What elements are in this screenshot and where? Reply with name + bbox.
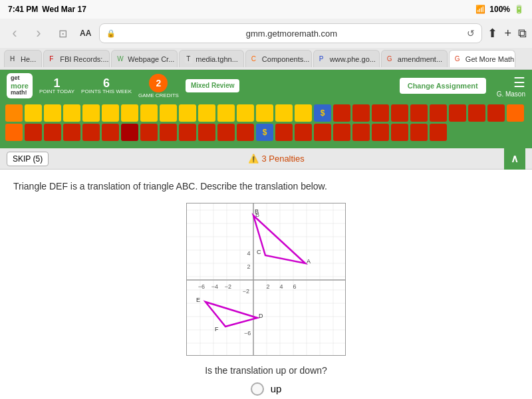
tab-switcher-button[interactable]: ⧉	[518, 27, 527, 41]
points-today-block: 1 POINT TODAY	[39, 77, 74, 94]
tile-16[interactable]	[295, 104, 312, 122]
status-bar: 7:41 PM Wed Mar 17 📶 100% 🔋	[0, 0, 532, 19]
tile-7[interactable]	[121, 104, 138, 122]
graph-container: −6 −4 −2 2 4 6 4 2 −2 B	[13, 203, 519, 356]
tiles-row-1: $	[5, 104, 527, 122]
tile-22[interactable]	[430, 104, 447, 122]
tile-s2-9[interactable]	[160, 124, 177, 141]
tile-s2-7[interactable]	[121, 124, 138, 141]
svg-text:4: 4	[247, 250, 250, 257]
tile-dollar-2[interactable]: $	[256, 124, 273, 141]
option-up-label: up	[271, 383, 282, 394]
tile-4[interactable]	[63, 104, 80, 122]
radio-up[interactable]	[251, 382, 264, 396]
mixed-review-button[interactable]: Mixed Review	[186, 79, 240, 92]
forward-button[interactable]: ›	[29, 24, 48, 43]
points-today-num: 1	[54, 77, 61, 89]
tile-9[interactable]	[160, 104, 177, 122]
tile-2[interactable]	[25, 104, 42, 122]
tile-3[interactable]	[44, 104, 61, 122]
tile-24[interactable]	[468, 104, 485, 122]
date-display: Wed Mar 17	[42, 5, 86, 14]
address-bar[interactable]: 🔒 gmm.getmoremath.com ↺	[99, 23, 482, 43]
tab-getmoremath[interactable]: G Get More Math ✕	[449, 50, 515, 67]
tile-13[interactable]	[237, 104, 254, 122]
skip-button[interactable]: SKIP (5)	[7, 152, 49, 166]
content-area: Triangle DEF is a translation of triangl…	[0, 170, 532, 399]
svg-text:F: F	[215, 326, 219, 332]
tile-s2-10[interactable]	[179, 124, 196, 141]
tile-5[interactable]	[82, 104, 100, 122]
tile-s2-2[interactable]	[25, 124, 42, 141]
tile-s2-15[interactable]	[295, 124, 312, 141]
tabs-icon: ⊡	[53, 24, 72, 43]
tile-s2-21[interactable]	[410, 124, 428, 141]
change-assignment-button[interactable]: Change Assignment	[400, 78, 486, 94]
tile-20[interactable]	[391, 104, 408, 122]
tile-25[interactable]	[487, 104, 505, 122]
question-bar: SKIP (5) ⚠️ 3 Penalties ∧	[0, 148, 532, 170]
tab-label-media: media.tghn...	[196, 55, 238, 63]
reload-button[interactable]: ↺	[467, 28, 475, 39]
tile-s2-22[interactable]	[430, 124, 447, 141]
tile-8[interactable]	[140, 104, 158, 122]
tab-components[interactable]: C Components...	[245, 50, 312, 67]
tile-s2-13[interactable]	[237, 124, 254, 141]
tile-12[interactable]	[217, 104, 235, 122]
tile-s2-12[interactable]	[217, 124, 235, 141]
tile-s2-16[interactable]	[314, 124, 331, 141]
tile-19[interactable]	[372, 104, 389, 122]
tab-phe[interactable]: P www.phe.go...	[313, 50, 380, 67]
collapse-button[interactable]: ∧	[504, 148, 525, 170]
tile-s2-20[interactable]	[391, 124, 408, 141]
browser-toolbar: ‹ › ⊡ AA 🔒 gmm.getmoremath.com ↺ ⬆ + ⧉	[0, 19, 532, 48]
tile-dollar-1[interactable]: $	[314, 104, 331, 122]
tile-10[interactable]	[179, 104, 196, 122]
tab-label-he: He...	[21, 55, 36, 63]
question-text: Triangle DEF is a translation of triangl…	[13, 180, 519, 194]
tile-s2-11[interactable]	[198, 124, 215, 141]
tile-14[interactable]	[256, 104, 273, 122]
tile-s2-18[interactable]	[352, 124, 370, 141]
tile-s2-6[interactable]	[102, 124, 119, 141]
tile-s2-1[interactable]	[5, 124, 23, 141]
tile-11[interactable]	[198, 104, 215, 122]
tab-he[interactable]: H He...	[4, 50, 42, 67]
tab-label-components: Components...	[262, 55, 310, 63]
option-up[interactable]: up	[251, 382, 282, 396]
share-button[interactable]: ⬆	[487, 26, 497, 41]
tab-fbi[interactable]: F FBI Records:...	[43, 50, 110, 67]
tab-webpage[interactable]: W Webpage Cr...	[111, 50, 178, 67]
tile-s2-17[interactable]	[333, 124, 350, 141]
tile-23[interactable]	[449, 104, 466, 122]
tile-s2-8[interactable]	[140, 124, 158, 141]
tab-favicon-media: T	[185, 55, 193, 63]
tile-s2-14[interactable]	[275, 124, 293, 141]
battery-icon: 🔋	[514, 5, 524, 14]
add-tab-button[interactable]: +	[504, 27, 511, 41]
svg-text:−6: −6	[244, 330, 251, 336]
toolbar-actions: ⬆ + ⧉	[487, 26, 527, 41]
tile-s2-19[interactable]	[372, 124, 389, 141]
tab-amendment[interactable]: G amendment...	[381, 50, 448, 67]
tab-favicon-amendment: G	[387, 55, 395, 63]
tile-21[interactable]	[410, 104, 428, 122]
tile-s2-5[interactable]	[82, 124, 100, 141]
tile-s2-4[interactable]	[63, 124, 80, 141]
svg-marker-34	[253, 215, 305, 263]
back-button[interactable]: ‹	[5, 24, 24, 43]
battery-display: 100%	[489, 5, 510, 14]
tile-1[interactable]	[5, 104, 23, 122]
hamburger-menu-button[interactable]: ☰	[513, 74, 525, 90]
tile-18[interactable]	[352, 104, 370, 122]
tile-special-1[interactable]	[507, 104, 524, 122]
game-credits-circle: 2	[149, 74, 168, 92]
tile-17[interactable]	[333, 104, 350, 122]
tile-15[interactable]	[275, 104, 293, 122]
tile-s2-3[interactable]	[44, 124, 61, 141]
logo-get: get	[11, 75, 29, 82]
tile-6[interactable]	[102, 104, 119, 122]
svg-text:E: E	[196, 297, 200, 303]
tab-media[interactable]: T media.tghn...	[179, 50, 244, 67]
reader-button[interactable]: AA	[77, 27, 94, 39]
